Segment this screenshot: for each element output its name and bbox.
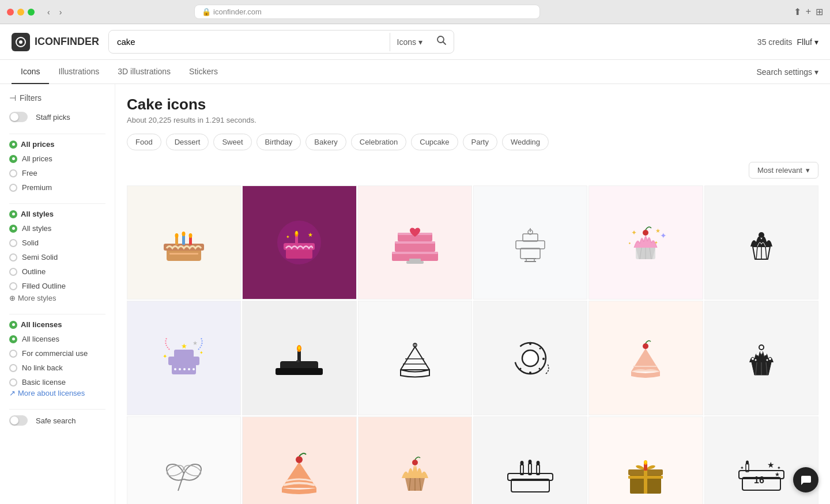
license-all[interactable]: All licenses bbox=[9, 335, 105, 343]
address-bar[interactable]: 🔒 iconfinder.com bbox=[194, 5, 540, 19]
license-no-link[interactable]: No link back bbox=[9, 363, 105, 372]
forward-button[interactable]: › bbox=[56, 6, 66, 18]
tag-birthday[interactable]: Birthday bbox=[256, 134, 301, 150]
logo-icon bbox=[12, 33, 30, 51]
svg-point-79 bbox=[529, 372, 531, 374]
staff-picks-toggle[interactable] bbox=[9, 112, 28, 122]
svg-point-77 bbox=[542, 358, 545, 360]
radio-dot bbox=[9, 378, 17, 386]
licenses-title: All licenses bbox=[9, 320, 105, 329]
icon-item[interactable] bbox=[127, 416, 241, 504]
tag-dessert[interactable]: Dessert bbox=[166, 134, 209, 150]
browser-chrome: ‹ › 🔒 iconfinder.com ⬆ + ⊞ bbox=[0, 0, 830, 24]
tag-sweet[interactable]: Sweet bbox=[213, 134, 251, 150]
divider bbox=[9, 314, 105, 314]
more-styles-button[interactable]: ⊕ More styles bbox=[9, 294, 105, 302]
style-semi-solid[interactable]: Semi Solid bbox=[9, 253, 105, 262]
price-all[interactable]: All prices bbox=[9, 154, 105, 163]
toggle-knob bbox=[10, 113, 18, 121]
search-type-dropdown[interactable]: Icons ▾ bbox=[390, 33, 429, 51]
svg-rect-112 bbox=[628, 476, 663, 479]
icon-item[interactable] bbox=[127, 185, 241, 300]
icon-item[interactable] bbox=[588, 301, 703, 415]
price-free[interactable]: Free bbox=[9, 169, 105, 177]
chat-button[interactable] bbox=[793, 467, 818, 492]
search-submit-button[interactable] bbox=[429, 31, 454, 53]
svg-point-88 bbox=[764, 353, 767, 355]
tag-food[interactable]: Food bbox=[127, 134, 161, 150]
icon-item[interactable] bbox=[704, 185, 818, 300]
tag-party[interactable]: Party bbox=[463, 134, 497, 150]
svg-point-90 bbox=[754, 359, 756, 361]
icon-item[interactable]: ✦ ★ ✦ ⬥ ✦ bbox=[588, 185, 703, 300]
tag-wedding[interactable]: Wedding bbox=[502, 134, 549, 150]
icon-item[interactable] bbox=[704, 301, 818, 415]
minimize-button[interactable] bbox=[17, 9, 24, 16]
tag-bakery[interactable]: Bakery bbox=[305, 134, 346, 150]
icon-item[interactable] bbox=[473, 301, 587, 415]
svg-point-76 bbox=[540, 347, 541, 349]
tag-cupcake[interactable]: Cupcake bbox=[411, 134, 458, 150]
icon-item[interactable] bbox=[473, 416, 587, 504]
svg-point-69 bbox=[296, 360, 300, 362]
tab-icons[interactable]: Icons bbox=[12, 60, 49, 84]
icon-item[interactable]: ★ ✦ ✦ ★ bbox=[127, 301, 241, 415]
svg-text:✦: ✦ bbox=[740, 465, 744, 471]
style-filled-outline[interactable]: Filled Outline bbox=[9, 282, 105, 290]
style-all[interactable]: All styles bbox=[9, 224, 105, 233]
radio-dot bbox=[9, 184, 17, 192]
icon-item[interactable]: ★ ✦ bbox=[242, 185, 356, 300]
icon-item[interactable] bbox=[588, 416, 703, 504]
svg-rect-31 bbox=[523, 234, 538, 241]
style-outline[interactable]: Outline bbox=[9, 267, 105, 276]
grid-icon[interactable]: ⊞ bbox=[816, 6, 823, 17]
share-icon[interactable]: ⬆ bbox=[794, 6, 801, 17]
icon-item[interactable] bbox=[242, 416, 356, 504]
back-button[interactable]: ‹ bbox=[44, 6, 54, 18]
tab-illustrations[interactable]: Illustrations bbox=[49, 60, 108, 84]
svg-point-42 bbox=[643, 230, 648, 236]
svg-point-91 bbox=[766, 359, 768, 361]
icon-item[interactable] bbox=[473, 185, 587, 300]
filters-label: Filters bbox=[20, 93, 42, 103]
tab-3d[interactable]: 3D illustrations bbox=[108, 60, 180, 84]
license-commercial[interactable]: For commercial use bbox=[9, 349, 105, 358]
maximize-button[interactable] bbox=[28, 9, 35, 16]
search-settings-button[interactable]: Search settings ▾ bbox=[757, 60, 819, 84]
logo[interactable]: ICONFINDER bbox=[12, 33, 99, 51]
svg-line-48 bbox=[756, 247, 757, 259]
new-tab-icon[interactable]: + bbox=[806, 6, 811, 17]
sort-dropdown[interactable]: Most relevant ▾ bbox=[749, 162, 818, 179]
radio-dot bbox=[9, 282, 17, 290]
sort-bar: Most relevant ▾ bbox=[127, 162, 818, 179]
tag-celebration[interactable]: Celebration bbox=[351, 134, 407, 150]
tab-nav: Icons Illustrations 3D illustrations Sti… bbox=[0, 60, 830, 84]
style-solid[interactable]: Solid bbox=[9, 238, 105, 247]
icon-item[interactable] bbox=[242, 301, 356, 415]
svg-rect-65 bbox=[276, 368, 323, 375]
icon-item[interactable] bbox=[358, 185, 472, 300]
search-bar[interactable]: Icons ▾ bbox=[108, 30, 454, 54]
sort-label: Most relevant bbox=[757, 166, 802, 175]
license-basic[interactable]: Basic license bbox=[9, 378, 105, 386]
svg-point-11 bbox=[182, 232, 186, 236]
svg-point-18 bbox=[296, 231, 298, 234]
search-input[interactable] bbox=[109, 32, 390, 51]
svg-point-106 bbox=[520, 461, 524, 465]
icon-item[interactable] bbox=[358, 416, 472, 504]
more-licenses-link[interactable]: ↗ More about licenses bbox=[9, 389, 105, 397]
svg-text:★: ★ bbox=[181, 342, 187, 350]
icon-item[interactable] bbox=[358, 301, 472, 415]
price-premium[interactable]: Premium bbox=[9, 183, 105, 192]
divider bbox=[9, 203, 105, 204]
filters-toggle[interactable]: ⊣ Filters bbox=[9, 93, 105, 103]
svg-point-55 bbox=[174, 368, 176, 370]
safe-search-toggle[interactable] bbox=[9, 415, 28, 426]
tab-stickers[interactable]: Stickers bbox=[180, 60, 227, 84]
prices-section: All prices All prices Free Premium bbox=[9, 140, 105, 192]
close-button[interactable] bbox=[7, 9, 14, 16]
chevron-down-icon: ▾ bbox=[806, 166, 810, 175]
user-menu[interactable]: Flluf ▾ bbox=[797, 37, 818, 47]
staff-picks-label: Staff picks bbox=[36, 113, 70, 122]
styles-title: All styles bbox=[9, 210, 105, 218]
